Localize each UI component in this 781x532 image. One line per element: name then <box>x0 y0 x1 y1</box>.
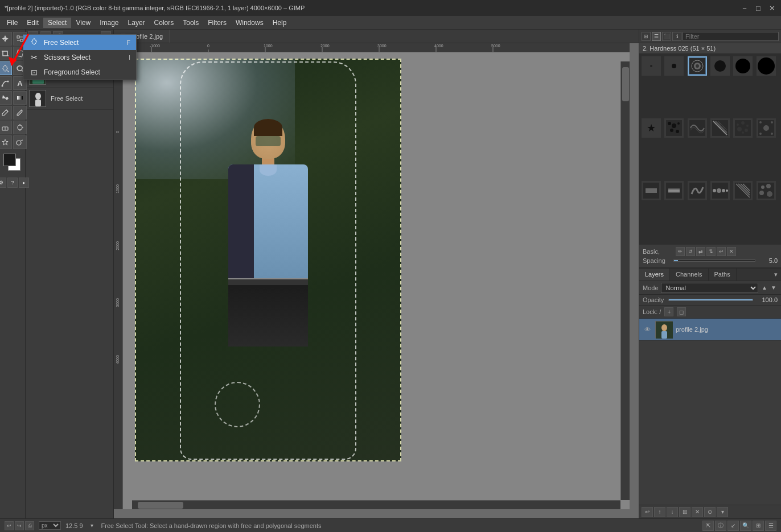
status-undo-button[interactable]: ↩ <box>5 521 14 530</box>
menu-view[interactable]: View <box>71 18 95 28</box>
close-button[interactable]: ✕ <box>767 3 776 13</box>
tool-options-button[interactable]: ⚙ <box>0 178 6 188</box>
mode-up-button[interactable]: ▲ <box>761 284 768 292</box>
opacity-slider[interactable] <box>668 299 753 301</box>
eraser-button[interactable] <box>0 121 12 134</box>
brush-item-6[interactable] <box>757 56 776 76</box>
list-view-button[interactable]: ☰ <box>652 32 661 41</box>
status-zoom-out-button[interactable]: 🔍 <box>740 521 751 531</box>
brush-item-12[interactable] <box>757 118 776 138</box>
bucket-fill-button[interactable] <box>0 91 12 105</box>
menu-help[interactable]: Help <box>268 18 291 28</box>
brush-item-13[interactable] <box>642 181 661 200</box>
menu-edit[interactable]: Edit <box>22 18 43 28</box>
status-grid-button[interactable]: ⊞ <box>753 521 764 531</box>
layer-undo-button[interactable]: ↩ <box>642 507 653 517</box>
layer-mode-select[interactable]: Normal Multiply Screen <box>661 283 758 293</box>
mode-down-button[interactable]: ▼ <box>770 284 778 292</box>
pencil-tool-button[interactable] <box>0 106 12 119</box>
paintbrush-button[interactable] <box>13 106 27 119</box>
vscroll[interactable] <box>620 61 630 500</box>
menu-image[interactable]: Image <box>95 18 123 28</box>
layer-item-profile[interactable]: 👁 profile 2.jpg <box>639 319 781 341</box>
brush-rotate-button[interactable]: ↺ <box>686 247 695 256</box>
spacing-slider[interactable] <box>673 259 755 262</box>
layer-duplicate-button[interactable]: ⊞ <box>679 507 690 517</box>
paths-tool-button[interactable] <box>0 76 12 90</box>
tab-paths[interactable]: Paths <box>709 269 737 281</box>
menu-colors[interactable]: Colors <box>150 18 179 28</box>
clone-button[interactable] <box>13 121 27 134</box>
brush-item-15[interactable] <box>688 181 707 200</box>
tab-channels[interactable]: Channels <box>670 269 708 281</box>
tab-layers[interactable]: Layers <box>639 269 670 281</box>
brush-item-9[interactable] <box>688 118 707 138</box>
brush-delete-button[interactable]: ✕ <box>727 247 736 256</box>
brush-item-8[interactable] <box>664 118 684 138</box>
unit-select[interactable]: px mm in <box>39 521 61 530</box>
maximize-button[interactable]: □ <box>754 3 763 13</box>
brush-item-17[interactable] <box>733 181 753 200</box>
status-shrink-button[interactable]: ↙ <box>727 521 739 531</box>
lock-alpha-button[interactable]: ◻ <box>677 307 686 316</box>
heal-button[interactable] <box>0 135 12 149</box>
layer-menu-button[interactable]: ▾ <box>717 507 728 517</box>
zoom-dropdown-button[interactable]: ▾ <box>88 521 97 530</box>
menu-filters[interactable]: Filters <box>203 18 231 28</box>
status-expand-button[interactable]: ⇱ <box>702 521 714 531</box>
brush-item-1[interactable] <box>642 56 661 76</box>
history-item-select[interactable]: Free Select <box>26 88 113 110</box>
free-select-menuitem[interactable]: Free Select F <box>23 35 136 50</box>
brush-item-7[interactable]: ★ <box>642 118 661 138</box>
scissors-select-menuitem[interactable]: ✂ Scissors Select I <box>23 50 136 65</box>
hscroll[interactable] <box>132 500 620 509</box>
expand-button[interactable]: ▸ <box>19 178 29 188</box>
help-button[interactable]: ? <box>7 178 18 188</box>
gradient-tool-button[interactable] <box>13 91 27 105</box>
brush-item-10[interactable] <box>710 118 730 138</box>
brush-reset-button[interactable]: ↩ <box>717 247 726 256</box>
brush-item-18[interactable] <box>757 181 776 200</box>
brush-item-16[interactable] <box>710 181 730 200</box>
menu-select[interactable]: Select <box>43 18 71 28</box>
layer-move-down-button[interactable]: ↓ <box>667 507 678 517</box>
brush-item-2[interactable] <box>664 56 684 76</box>
layers-options-button[interactable]: ▾ <box>771 269 781 281</box>
vscroll-thumb[interactable] <box>622 67 629 101</box>
svg-text:3000: 3000 <box>377 44 387 48</box>
hscroll-thumb[interactable] <box>138 502 183 509</box>
layer-delete-button[interactable]: ✕ <box>692 507 703 517</box>
menu-tools[interactable]: Tools <box>178 18 203 28</box>
brush-edit-button[interactable]: ✏ <box>676 247 685 256</box>
layer-new-button[interactable]: ⊙ <box>704 507 716 517</box>
canvas-viewport[interactable] <box>123 52 630 509</box>
dodge-button[interactable] <box>13 135 27 149</box>
brush-item-5[interactable] <box>733 56 753 76</box>
brush-flip-v-button[interactable]: ⇅ <box>706 247 716 256</box>
brush-item-11[interactable] <box>733 118 753 138</box>
brush-flip-h-button[interactable]: ⇄ <box>696 247 705 256</box>
foreground-select-menuitem[interactable]: ⊡ Foreground Select <box>23 65 136 80</box>
brush-item-4[interactable] <box>710 56 730 76</box>
status-layers-button[interactable]: ☰ <box>765 521 776 531</box>
status-redo-button[interactable]: ↪ <box>15 521 24 530</box>
brush-info-button[interactable]: ℹ <box>672 32 681 41</box>
minimize-button[interactable]: − <box>740 3 749 13</box>
grid-view-button[interactable]: ⊞ <box>642 32 651 41</box>
brush-item-14[interactable] <box>664 181 684 200</box>
status-info-button[interactable]: ⓘ <box>715 521 726 531</box>
free-select-tool-button[interactable] <box>0 61 12 75</box>
menu-file[interactable]: File <box>2 18 22 28</box>
menu-layer[interactable]: Layer <box>124 18 150 28</box>
status-print-button[interactable]: ⎙ <box>25 521 34 530</box>
layer-move-up-button[interactable]: ↑ <box>654 507 665 517</box>
brushes-filter-input[interactable] <box>683 32 779 41</box>
move-tool-button[interactable] <box>0 32 12 46</box>
brush-item-3[interactable] <box>688 56 707 76</box>
layer-visibility-button[interactable]: 👁 <box>643 325 652 334</box>
foreground-color[interactable] <box>3 154 16 166</box>
lock-add-button[interactable]: + <box>664 307 673 316</box>
crop-tool-button[interactable] <box>0 47 12 60</box>
brush-options-button[interactable]: ⬛ <box>662 32 671 41</box>
menu-windows[interactable]: Windows <box>231 18 268 28</box>
